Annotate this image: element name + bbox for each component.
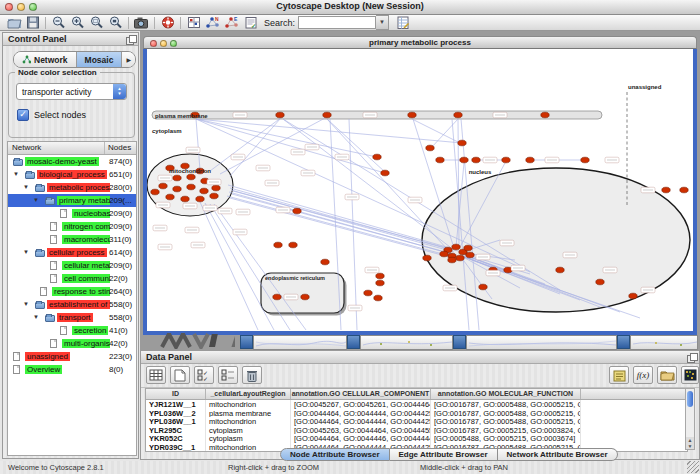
network-node[interactable] bbox=[151, 189, 159, 195]
zoom-in-button[interactable] bbox=[68, 15, 87, 30]
tree-row[interactable]: ▼primary metabo209(... bbox=[8, 194, 136, 207]
table-vertical-scrollbar[interactable]: ▲▼ bbox=[685, 388, 695, 450]
network-node[interactable] bbox=[212, 185, 220, 191]
table-cell[interactable]: [GO:0016787, GO:0005488, GO:0005215, G..… bbox=[431, 409, 581, 418]
annotation-pad-button[interactable] bbox=[609, 366, 629, 384]
table-row[interactable]: YJR121W__1mitochondrion[GO:0045267, GO:0… bbox=[146, 400, 687, 409]
network-edge[interactable] bbox=[210, 117, 282, 171]
float-panel-icon[interactable] bbox=[126, 35, 135, 43]
network-node[interactable] bbox=[452, 244, 460, 250]
tree-row[interactable]: multi-organism pro42(0) bbox=[8, 337, 136, 350]
table-row[interactable]: YKR052Ccytoplasm[GO:0044464, GO:0044446,… bbox=[146, 434, 687, 443]
form-editor-button[interactable]: ✓ bbox=[241, 15, 260, 30]
network-edge[interactable] bbox=[230, 198, 453, 258]
tree-expander-icon[interactable]: ▼ bbox=[33, 197, 39, 203]
scrollbar-arrows-icon[interactable]: ▲▼ bbox=[686, 437, 694, 449]
tree-row[interactable]: nitrogen compo209(0) bbox=[8, 220, 136, 233]
network-node[interactable] bbox=[448, 257, 456, 263]
new-attribute-button[interactable] bbox=[170, 366, 190, 384]
network-node[interactable] bbox=[526, 157, 534, 163]
network-node[interactable] bbox=[460, 157, 468, 163]
table-cell[interactable]: [GO:0044464, GO:0044446, GO:0044444, G..… bbox=[291, 434, 431, 443]
network-node[interactable] bbox=[187, 174, 195, 180]
network-node[interactable] bbox=[289, 242, 297, 248]
network-node[interactable] bbox=[321, 259, 329, 265]
network-node[interactable] bbox=[423, 255, 431, 261]
table-cell[interactable]: YPL036W__2 bbox=[146, 409, 206, 418]
network-view-titlebar[interactable]: primary metabolic process bbox=[143, 36, 697, 49]
snapshot-button[interactable] bbox=[132, 15, 151, 30]
import-attributes-button[interactable] bbox=[657, 366, 677, 384]
table-column-header[interactable]: annotation.GO CELLULAR_COMPONENT bbox=[291, 389, 431, 399]
tree-expander-icon[interactable]: ▼ bbox=[23, 184, 29, 190]
tab-network[interactable]: Network bbox=[14, 52, 77, 67]
tree-expander-icon[interactable]: ▼ bbox=[23, 301, 29, 307]
tree-row[interactable]: secretion41(0) bbox=[8, 324, 136, 337]
float-panel-icon[interactable] bbox=[687, 353, 696, 361]
network-node[interactable] bbox=[464, 245, 472, 251]
network-edge[interactable] bbox=[196, 119, 462, 143]
zoom-out-button[interactable] bbox=[49, 15, 68, 30]
network-node[interactable] bbox=[301, 294, 309, 300]
network-node[interactable] bbox=[454, 112, 462, 118]
table-cell[interactable]: YKR052C bbox=[146, 434, 206, 443]
network-node[interactable] bbox=[479, 284, 487, 290]
table-cell[interactable]: [GO:0045267, GO:0045261, GO:0044464, G..… bbox=[291, 400, 431, 409]
network-node[interactable] bbox=[187, 184, 195, 190]
tree-row[interactable]: response to stimulu264(0) bbox=[8, 285, 136, 298]
table-cell[interactable]: cytoplasm bbox=[206, 426, 291, 435]
network-node[interactable] bbox=[466, 252, 474, 258]
tree-row[interactable]: nucleobase-209(0) bbox=[8, 207, 136, 220]
tree-row[interactable]: ▼transport558(0) bbox=[8, 311, 136, 324]
background-window-strip[interactable] bbox=[253, 335, 347, 350]
table-cell[interactable]: [GO:0044464, GO:0044444, GO:0044425, G..… bbox=[291, 409, 431, 418]
network-node[interactable] bbox=[293, 208, 301, 214]
search-dropdown-arrow-icon[interactable]: ▼ bbox=[376, 15, 389, 30]
network-edge[interactable] bbox=[227, 196, 450, 256]
attribute-table-button[interactable] bbox=[146, 366, 166, 384]
resize-grip[interactable] bbox=[687, 461, 699, 473]
network-node[interactable] bbox=[472, 157, 480, 163]
network-annotation-blue-button[interactable]: N bbox=[203, 15, 222, 30]
attribute-browser-tab[interactable]: Edge Attribute Browser bbox=[390, 448, 498, 461]
background-window-icon[interactable] bbox=[453, 335, 466, 349]
network-node[interactable] bbox=[196, 196, 204, 202]
network-node[interactable] bbox=[456, 255, 464, 261]
tree-row[interactable]: ▼cellular process614(0) bbox=[8, 246, 136, 259]
table-cell[interactable]: mitochondrion bbox=[206, 417, 291, 426]
network-node[interactable] bbox=[556, 267, 564, 273]
table-row[interactable]: YPL036W__1mitochondrion[GO:0044464, GO:0… bbox=[146, 417, 687, 426]
network-node[interactable] bbox=[276, 112, 284, 118]
table-cell[interactable]: [GO:0016787, GO:0005488, GO:0005215, G..… bbox=[431, 400, 581, 409]
network-node[interactable] bbox=[181, 196, 189, 202]
network-node[interactable] bbox=[376, 273, 384, 279]
network-node[interactable] bbox=[273, 294, 281, 300]
tree-row[interactable]: unassigned223(0) bbox=[8, 350, 136, 363]
select-nodes-checkbox[interactable]: ✓ bbox=[17, 109, 29, 121]
table-cell[interactable]: YDR039C__1 bbox=[146, 443, 206, 452]
table-cell[interactable]: [GO:0016787, GO:0005488, GO:0005215, G..… bbox=[431, 417, 581, 426]
network-node[interactable] bbox=[376, 280, 384, 286]
select-attributes-button[interactable]: ✓✓ bbox=[194, 366, 214, 384]
tree-row[interactable]: Overview8(0) bbox=[8, 363, 136, 376]
help-ring-button[interactable] bbox=[158, 15, 177, 30]
network-edge[interactable] bbox=[210, 204, 290, 330]
network-canvas[interactable]: plasma membranecytoplasmmitochondrionnuc… bbox=[147, 49, 693, 331]
attribute-grid-icon[interactable] bbox=[184, 15, 203, 30]
network-edge[interactable] bbox=[214, 204, 306, 330]
network-node[interactable] bbox=[426, 145, 434, 151]
scrollbar-thumb[interactable] bbox=[687, 391, 693, 407]
network-edge[interactable] bbox=[205, 203, 274, 330]
background-window-icon[interactable] bbox=[347, 335, 360, 349]
background-window-strip[interactable] bbox=[466, 335, 617, 350]
background-window-strip[interactable] bbox=[360, 335, 453, 350]
network-node[interactable] bbox=[274, 242, 282, 248]
network-edge[interactable] bbox=[232, 194, 456, 255]
attribute-browser-tab[interactable]: Node Attribute Browser bbox=[280, 448, 390, 461]
network-node[interactable] bbox=[323, 112, 331, 118]
table-cell[interactable]: cytoplasm bbox=[206, 434, 291, 443]
table-cell[interactable]: YJR121W__1 bbox=[146, 400, 206, 409]
tabs-overflow-arrow-icon[interactable]: ▶ bbox=[122, 52, 135, 67]
tree-row[interactable]: macromolecule311(0) bbox=[8, 233, 136, 246]
network-node[interactable] bbox=[436, 157, 444, 163]
